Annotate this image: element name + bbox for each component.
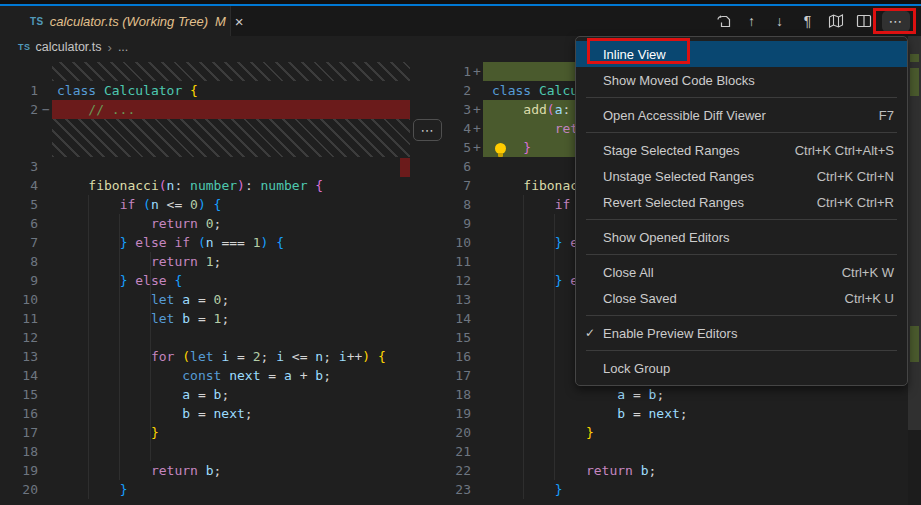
line-number-gutter: 7 (0, 233, 52, 252)
moved-code-icon[interactable] (826, 10, 845, 32)
code-text: let a = 0; (52, 290, 410, 309)
previous-change-icon[interactable]: ↑ (742, 10, 761, 32)
code-text: if (n <= 0) { (52, 195, 410, 214)
tab-calculator-working-tree[interactable]: TS calculator.ts (Working Tree) M × (0, 6, 231, 36)
line-number-gutter: 15 (443, 328, 483, 347)
line-number-gutter: 18 (0, 442, 52, 461)
breadcrumb-symbol[interactable]: ... (118, 40, 128, 54)
code-line[interactable]: 13 for (let i = 2; i <= n; i++) { (0, 347, 443, 366)
code-line[interactable]: 2− // ... (0, 100, 443, 119)
code-line[interactable]: 12 (0, 328, 443, 347)
menu-item-shortcut: Ctrl+K U (845, 291, 894, 306)
menu-item-open-accessible-diff-viewer[interactable]: Open Accessible Diff ViewerF7 (576, 102, 907, 128)
code-line[interactable]: 18 a = b; (443, 385, 921, 404)
menu-item-revert-selected-ranges[interactable]: Revert Selected RangesCtrl+K Ctrl+R (576, 189, 907, 215)
close-tab-icon[interactable]: × (235, 14, 244, 29)
code-text: a = b; (52, 385, 410, 404)
overview-ruler[interactable] (908, 36, 921, 505)
code-line[interactable]: 18 (0, 442, 443, 461)
code-text: a = b; (483, 385, 908, 404)
line-number-gutter: 17 (0, 423, 52, 442)
line-number-gutter: 3+ (443, 100, 483, 119)
line-number-gutter: 22 (443, 461, 483, 480)
code-line[interactable]: 22 return b; (443, 461, 921, 480)
menu-item-shortcut: F7 (879, 108, 894, 123)
code-line[interactable]: 11 let b = 1; (0, 309, 443, 328)
menu-separator (586, 254, 897, 255)
code-line[interactable]: 8 return 1; (0, 252, 443, 271)
line-number-gutter: 20 (443, 423, 483, 442)
hatch-pattern (52, 119, 410, 157)
line-number-gutter: 5 (0, 195, 52, 214)
code-line[interactable]: 21 (443, 442, 921, 461)
line-number-gutter: 19 (443, 404, 483, 423)
menu-item-close-all[interactable]: Close AllCtrl+K W (576, 259, 907, 285)
lightbulb-icon[interactable] (495, 143, 506, 154)
line-number-gutter: 2 (443, 81, 483, 100)
vscode-window: TS calculator.ts (Working Tree) M × ↑ ↓ … (0, 0, 921, 505)
menu-item-label: Close All (603, 265, 842, 280)
line-number-gutter: 6 (443, 157, 483, 176)
code-text: return b; (483, 461, 908, 480)
code-line[interactable]: 5 if (n <= 0) { (0, 195, 443, 214)
menu-item-unstage-selected-ranges[interactable]: Unstage Selected RangesCtrl+K Ctrl+N (576, 163, 907, 189)
code-text: } (52, 480, 410, 499)
code-line[interactable]: 19 return b; (0, 461, 443, 480)
menu-item-show-moved-code-blocks[interactable]: Show Moved Code Blocks (576, 67, 907, 93)
code-text: fibonacci(n: number): number { (52, 176, 410, 195)
line-number-gutter: 6 (0, 214, 52, 233)
line-number-gutter: 4+ (443, 119, 483, 138)
line-number-gutter: 19 (0, 461, 52, 480)
menu-item-stage-selected-ranges[interactable]: Stage Selected RangesCtrl+K Ctrl+Alt+S (576, 137, 907, 163)
menu-item-shortcut: Ctrl+K Ctrl+R (817, 195, 894, 210)
inline-more-actions-button[interactable]: ⋯ (413, 119, 442, 141)
menu-item-show-opened-editors[interactable]: Show Opened Editors (576, 224, 907, 250)
menu-item-lock-group[interactable]: Lock Group (576, 355, 907, 381)
line-number-gutter: 15 (0, 385, 52, 404)
code-line[interactable]: 7 } else if (n === 1) { (0, 233, 443, 252)
menu-item-label: Unstage Selected Ranges (603, 169, 817, 184)
pilcrow-icon[interactable]: ¶ (798, 10, 817, 32)
discard-icon[interactable] (714, 10, 733, 32)
menu-item-shortcut: Ctrl+K Ctrl+N (817, 169, 894, 184)
line-number-gutter: 11 (443, 252, 483, 271)
code-text (52, 442, 410, 461)
line-number-gutter: 20 (0, 480, 52, 499)
code-line[interactable]: 16 b = next; (0, 404, 443, 423)
code-line[interactable]: 17 } (0, 423, 443, 442)
menu-item-enable-preview-editors[interactable]: ✓Enable Preview Editors (576, 320, 907, 346)
split-editor-icon[interactable] (854, 10, 873, 32)
menu-item-label: Open Accessible Diff Viewer (603, 108, 879, 123)
code-line[interactable]: 1class Calculator { (0, 81, 443, 100)
indent-guide (119, 214, 120, 480)
next-change-icon[interactable]: ↓ (770, 10, 789, 32)
menu-item-close-saved[interactable]: Close SavedCtrl+K U (576, 285, 907, 311)
overview-ruler-removed-mark (400, 158, 410, 177)
menu-separator (586, 97, 897, 98)
line-number-gutter: 18 (443, 385, 483, 404)
code-line[interactable]: 20 } (0, 480, 443, 499)
menu-item-label: Show Moved Code Blocks (603, 73, 894, 88)
line-number-gutter: 4 (0, 176, 52, 195)
line-number-gutter: 13 (443, 290, 483, 309)
code-line[interactable]: 10 let a = 0; (0, 290, 443, 309)
line-number-gutter: 21 (443, 442, 483, 461)
line-number-gutter: 3 (0, 157, 52, 176)
code-line[interactable]: 3 (0, 157, 443, 176)
breadcrumb-file[interactable]: calculator.ts (36, 40, 102, 54)
code-line[interactable]: 20 } (443, 423, 921, 442)
diff-filler-region (0, 119, 443, 157)
line-number-gutter: 10 (443, 233, 483, 252)
code-line[interactable]: 23 } (443, 480, 921, 499)
code-line[interactable]: 14 const next = a + b; (0, 366, 443, 385)
code-text: for (let i = 2; i <= n; i++) { (52, 347, 410, 366)
line-number-gutter: 16 (443, 347, 483, 366)
diff-original-pane[interactable]: 1class Calculator {2− // ...34 fibonacci… (0, 58, 443, 505)
code-line[interactable]: 19 b = next; (443, 404, 921, 423)
code-line[interactable]: 6 return 0; (0, 214, 443, 233)
code-line[interactable]: 9 } else { (0, 271, 443, 290)
checkmark-icon: ✓ (585, 326, 595, 340)
code-line[interactable]: 15 a = b; (0, 385, 443, 404)
code-line[interactable]: 4 fibonacci(n: number): number { (0, 176, 443, 195)
editor-tab-bar: TS calculator.ts (Working Tree) M × ↑ ↓ … (0, 6, 921, 36)
